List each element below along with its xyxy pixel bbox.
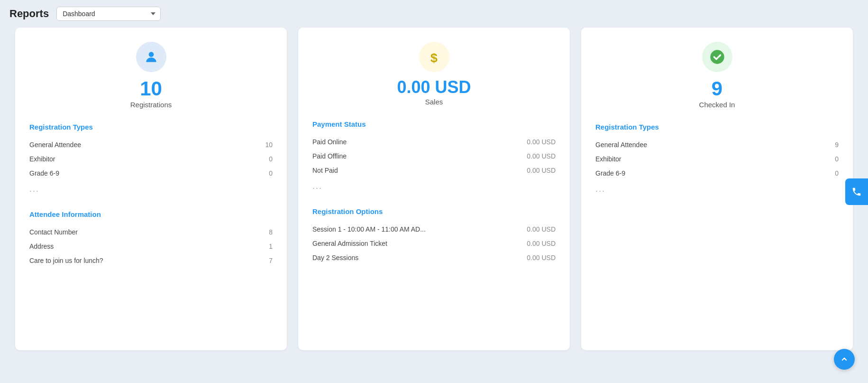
- section-checked-in-0: Registration TypesGeneral Attendee9Exhib…: [595, 123, 839, 196]
- card-sales: $ 0.00 USDSalesPayment StatusPaid Online…: [298, 28, 570, 350]
- page-header: Reports DashboardRegistrationsSalesCheck…: [0, 0, 868, 28]
- hero-checked-in: 9Checked In: [595, 42, 839, 109]
- stat-row: Exhibitor0: [29, 152, 273, 166]
- hero-label-checked-in: Checked In: [699, 101, 735, 109]
- stat-label: Contact Number: [29, 228, 78, 236]
- section-title-registrations-1: Attendee Information: [29, 210, 273, 218]
- stat-label: Address: [29, 243, 54, 250]
- stat-label: Not Paid: [312, 167, 338, 174]
- stat-value: 7: [269, 257, 273, 264]
- check-icon: [702, 42, 732, 72]
- card-registrations: 10RegistrationsRegistration TypesGeneral…: [15, 28, 287, 350]
- hero-number-checked-in: 9: [712, 79, 722, 99]
- section-registrations-0: Registration TypesGeneral Attendee10Exhi…: [29, 123, 273, 196]
- card-checked-in: 9Checked InRegistration TypesGeneral Att…: [581, 28, 853, 350]
- stat-label: Exhibitor: [595, 155, 621, 163]
- stat-value: 10: [265, 141, 273, 149]
- stat-label: General Admission Ticket: [312, 240, 387, 247]
- stat-row: Grade 6-90: [595, 166, 839, 180]
- hero-number-registrations: 10: [140, 79, 162, 99]
- stat-row: General Attendee10: [29, 138, 273, 152]
- section-title-registrations-0: Registration Types: [29, 123, 273, 131]
- svg-point-0: [148, 52, 154, 57]
- stat-row: Grade 6-90: [29, 166, 273, 180]
- stat-value: 0.00 USD: [527, 138, 556, 146]
- section-title-sales-0: Payment Status: [312, 120, 556, 128]
- stat-value: 1: [269, 243, 273, 250]
- stat-value: 0.00 USD: [527, 225, 556, 233]
- phone-button[interactable]: [845, 178, 868, 205]
- stat-value: 0.00 USD: [527, 254, 556, 262]
- dashboard-dropdown[interactable]: DashboardRegistrationsSalesChecked In: [56, 7, 161, 21]
- hero-label-registrations: Registrations: [130, 101, 172, 109]
- svg-point-2: [710, 50, 724, 64]
- more-ellipsis: ...: [29, 180, 273, 196]
- stat-row: Exhibitor0: [595, 152, 839, 166]
- stat-row: Not Paid0.00 USD: [312, 163, 556, 177]
- stat-label: Grade 6-9: [29, 169, 59, 177]
- stat-value: 8: [269, 228, 273, 236]
- svg-text:$: $: [430, 51, 438, 65]
- section-title-sales-1: Registration Options: [312, 207, 556, 215]
- section-title-checked-in-0: Registration Types: [595, 123, 839, 131]
- stat-row: Paid Offline0.00 USD: [312, 149, 556, 163]
- hero-sales: $ 0.00 USDSales: [312, 42, 556, 106]
- stat-value: 0.00 USD: [527, 167, 556, 174]
- stat-label: Session 1 - 10:00 AM - 11:00 AM AD...: [312, 225, 426, 233]
- stat-row: General Admission Ticket0.00 USD: [312, 236, 556, 251]
- stat-label: Day 2 Sessions: [312, 254, 358, 262]
- scroll-top-button[interactable]: [834, 349, 855, 370]
- stat-value: 0.00 USD: [527, 240, 556, 247]
- stat-row: Care to join us for lunch?7: [29, 253, 273, 268]
- stat-value: 0: [835, 155, 839, 163]
- person-icon: [136, 42, 166, 72]
- cards-container: 10RegistrationsRegistration TypesGeneral…: [0, 28, 868, 360]
- hero-label-sales: Sales: [425, 98, 443, 106]
- section-sales-1: Registration OptionsSession 1 - 10:00 AM…: [312, 207, 556, 265]
- stat-row: Session 1 - 10:00 AM - 11:00 AM AD...0.0…: [312, 222, 556, 236]
- stat-value: 9: [835, 141, 839, 149]
- section-sales-0: Payment StatusPaid Online0.00 USDPaid Of…: [312, 120, 556, 193]
- section-registrations-1: Attendee InformationContact Number8Addre…: [29, 210, 273, 268]
- stat-label: Exhibitor: [29, 155, 55, 163]
- stat-value: 0: [269, 169, 273, 177]
- stat-row: General Attendee9: [595, 138, 839, 152]
- stat-value: 0.00 USD: [527, 152, 556, 160]
- hero-number-sales: 0.00 USD: [397, 79, 471, 96]
- stat-label: Care to join us for lunch?: [29, 257, 103, 264]
- stat-row: Paid Online0.00 USD: [312, 135, 556, 149]
- stat-row: Contact Number8: [29, 225, 273, 239]
- stat-row: Address1: [29, 239, 273, 253]
- stat-value: 0: [269, 155, 273, 163]
- stat-label: Paid Offline: [312, 152, 347, 160]
- more-ellipsis: ...: [312, 177, 556, 193]
- dollar-icon: $: [419, 42, 449, 72]
- more-ellipsis: ...: [595, 180, 839, 196]
- stat-label: Grade 6-9: [595, 169, 625, 177]
- stat-label: Paid Online: [312, 138, 347, 146]
- hero-registrations: 10Registrations: [29, 42, 273, 109]
- page-title: Reports: [9, 8, 49, 20]
- stat-row: Day 2 Sessions0.00 USD: [312, 251, 556, 265]
- stat-label: General Attendee: [29, 141, 81, 149]
- stat-label: General Attendee: [595, 141, 647, 149]
- stat-value: 0: [835, 169, 839, 177]
